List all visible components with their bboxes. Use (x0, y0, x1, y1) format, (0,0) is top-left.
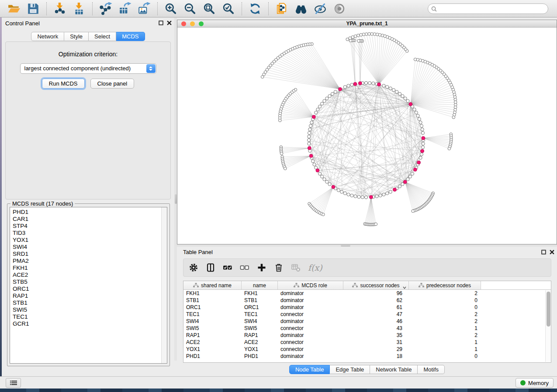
export-table-icon[interactable] (118, 2, 131, 15)
column-header-MCDS-role[interactable]: MCDS role (278, 281, 343, 289)
cell-successor-nodes[interactable]: 46 (343, 318, 409, 325)
cell-successor-nodes[interactable]: 18 (343, 353, 409, 360)
cell-successor-nodes[interactable]: 96 (343, 290, 409, 297)
column-header-successor-nodes[interactable]: successor nodes (343, 281, 409, 289)
cell-predecessor-nodes[interactable]: 1 (409, 346, 481, 353)
show-columns-icon[interactable] (206, 263, 215, 272)
maximize-window-icon[interactable] (199, 21, 204, 26)
cell-name[interactable]: RAP1 (242, 332, 278, 339)
cell-shared-name[interactable]: SWI5 (183, 325, 242, 332)
cell-MCDS-role[interactable]: connector (278, 346, 343, 353)
result-node-item[interactable]: STP4 (13, 223, 167, 230)
search-input[interactable] (439, 4, 548, 13)
import-table-icon[interactable] (73, 2, 86, 15)
deselect-all-icon[interactable] (240, 263, 249, 272)
scrollbar-thumb[interactable] (547, 292, 550, 327)
table-scrollbar[interactable] (545, 290, 551, 362)
refresh-layout-icon[interactable] (249, 2, 262, 15)
zoom-in-icon[interactable] (164, 2, 177, 15)
cell-name[interactable]: SWI4 (242, 318, 278, 325)
cell-predecessor-nodes[interactable]: 0 (409, 304, 481, 311)
cell-shared-name[interactable]: PHD1 (183, 353, 242, 360)
cell-name[interactable]: TEC1 (242, 311, 278, 318)
cell-predecessor-nodes[interactable]: 1 (409, 339, 481, 346)
cell-shared-name[interactable]: ACE2 (183, 339, 242, 346)
cell-name[interactable]: YOX1 (242, 346, 278, 353)
cell-name[interactable]: STB1 (242, 297, 278, 304)
cell-shared-name[interactable]: SWI4 (183, 318, 242, 325)
tab-edge-table[interactable]: Edge Table (330, 365, 370, 374)
result-node-item[interactable]: GCR1 (13, 320, 167, 327)
result-node-item[interactable]: TEC1 (13, 313, 167, 320)
table-row[interactable]: SWI4SWI4dominator462 (183, 318, 551, 325)
column-header-shared-name[interactable]: shared name (183, 281, 242, 289)
cell-MCDS-role[interactable]: connector (278, 339, 343, 346)
cell-MCDS-role[interactable]: dominator (278, 353, 343, 360)
table-row[interactable]: ACE2ACE2connector311 (183, 339, 551, 346)
tab-network[interactable]: Network (31, 32, 64, 41)
delete-table-icon[interactable] (291, 263, 301, 272)
search-network-icon[interactable] (294, 2, 308, 15)
select-all-icon[interactable] (223, 263, 232, 272)
table-row[interactable]: TEC1TEC1connector472 (183, 311, 551, 318)
cell-name[interactable]: SWI5 (242, 325, 278, 332)
table-row[interactable]: RAP1RAP1dominator352 (183, 332, 551, 339)
result-node-item[interactable]: FKH1 (13, 265, 167, 272)
table-row[interactable]: FKH1FKH1dominator962 (183, 290, 551, 297)
zoom-fit-icon[interactable] (203, 2, 216, 15)
result-node-item[interactable]: PHD1 (13, 209, 167, 216)
result-node-item[interactable]: RAP1 (13, 292, 167, 299)
search-box[interactable] (428, 3, 548, 14)
cell-MCDS-role[interactable]: connector (278, 325, 343, 332)
cell-shared-name[interactable]: ORC1 (183, 304, 242, 311)
mcds-result-list[interactable]: PHD1CAR1STP4TID3YOX1SWI4SRD1PMA2FKH1ACE2… (10, 207, 167, 364)
export-network-icon[interactable] (99, 2, 112, 15)
close-window-icon[interactable] (181, 21, 186, 26)
cell-successor-nodes[interactable]: 62 (343, 297, 409, 304)
cell-successor-nodes[interactable]: 47 (343, 311, 409, 318)
table-row[interactable]: PHD1PHD1dominator180 (183, 353, 551, 360)
result-node-item[interactable]: PMA2 (13, 258, 167, 265)
network-graph[interactable] (177, 28, 557, 244)
cell-successor-nodes[interactable]: 35 (343, 332, 409, 339)
cell-successor-nodes[interactable]: 31 (343, 339, 409, 346)
network-titlebar[interactable]: YPA_prune.txt_1 (177, 20, 557, 28)
close-panel-icon[interactable] (550, 250, 554, 254)
cell-predecessor-nodes[interactable]: 0 (409, 297, 481, 304)
zoom-out-icon[interactable] (183, 2, 197, 15)
result-node-item[interactable]: SRD1 (13, 251, 167, 258)
minimize-window-icon[interactable] (190, 21, 195, 26)
cell-predecessor-nodes[interactable]: 2 (409, 318, 481, 325)
table-row[interactable]: SWI5SWI5connector431 (183, 325, 551, 332)
network-canvas[interactable] (177, 28, 557, 244)
result-node-item[interactable]: ORC1 (13, 285, 167, 292)
cell-MCDS-role[interactable]: connector (278, 311, 343, 318)
tab-style[interactable]: Style (64, 32, 89, 41)
cell-MCDS-role[interactable]: dominator (278, 290, 343, 297)
cell-shared-name[interactable]: STB1 (183, 297, 242, 304)
open-session-icon[interactable] (7, 2, 21, 15)
cell-predecessor-nodes[interactable]: 2 (409, 290, 481, 297)
import-network-icon[interactable] (53, 2, 66, 15)
close-panel-button[interactable]: Close panel (90, 79, 135, 89)
tab-motifs[interactable]: Motifs (418, 365, 445, 374)
result-node-item[interactable]: SWI5 (13, 306, 167, 313)
cell-MCDS-role[interactable]: dominator (278, 304, 343, 311)
tab-node-table[interactable]: Node Table (289, 365, 330, 374)
result-node-item[interactable]: SWI4 (13, 244, 167, 251)
close-panel-icon[interactable] (167, 21, 172, 25)
cell-name[interactable]: ORC1 (242, 304, 278, 311)
add-row-icon[interactable] (257, 263, 266, 272)
export-image-icon[interactable] (138, 2, 151, 15)
tab-mcds[interactable]: MCDS (116, 32, 145, 41)
table-row[interactable]: ORC1ORC1dominator610 (183, 304, 551, 311)
tab-network-table[interactable]: Network Table (370, 365, 418, 374)
cell-name[interactable]: FKH1 (242, 290, 278, 297)
cell-name[interactable]: PHD1 (242, 353, 278, 360)
result-node-item[interactable]: CAR1 (13, 216, 167, 223)
result-node-item[interactable]: ACE2 (13, 272, 167, 279)
hide-graphics-details-icon[interactable] (314, 2, 327, 15)
float-panel-icon[interactable] (159, 21, 163, 25)
cell-shared-name[interactable]: FKH1 (183, 290, 242, 297)
cell-MCDS-role[interactable]: dominator (278, 297, 343, 304)
